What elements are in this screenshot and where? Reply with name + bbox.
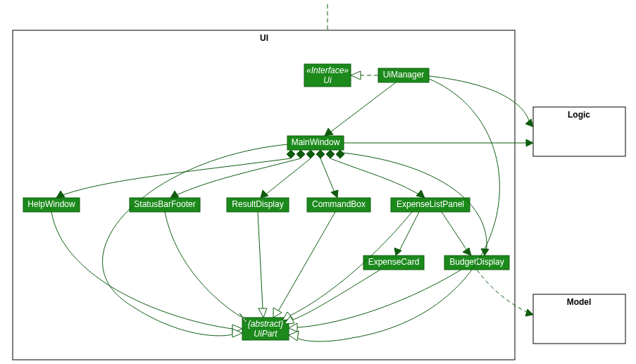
budgetdisplay-label: BudgetDisplay [449,257,504,267]
ui-name: Ui [323,75,332,85]
svg-marker-19 [526,139,533,146]
node-helpwindow: HelpWindow [23,198,80,212]
node-expenselistpanel: ExpenseListPanel [391,198,470,212]
package-model-label: Model [567,297,592,307]
uipart-stereo: {abstract} [248,319,284,329]
node-resultdisplay: ResultDisplay [227,198,289,212]
uimanager-label: UiManager [383,70,425,80]
package-ui-label: UI [260,33,268,43]
node-mainwindow: MainWindow [287,136,344,150]
package-logic-label: Logic [568,110,590,120]
uipart-name: UiPart [254,329,278,339]
uml-diagram: UI Logic Model «Interface» Ui UiManager … [0,0,636,364]
statusbarfooter-label: StatusBarFooter [134,199,195,209]
svg-marker-17 [525,119,533,127]
expensecard-label: ExpenseCard [368,257,420,267]
ui-stereo: «Interface» [306,65,349,75]
node-commandbox: CommandBox [307,198,370,212]
resultdisplay-label: ResultDisplay [232,199,283,209]
svg-marker-49 [525,309,533,316]
mainwindow-label: MainWindow [292,137,340,147]
node-uimanager: UiManager [378,68,429,82]
commandbox-label: CommandBox [312,199,366,209]
node-ui-interface: «Interface» Ui [304,64,351,87]
expenselistpanel-label: ExpenseListPanel [397,199,464,209]
node-expensecard: ExpenseCard [363,256,424,270]
helpwindow-label: HelpWindow [27,199,75,209]
node-uipart: {abstract} UiPart [242,318,289,340]
